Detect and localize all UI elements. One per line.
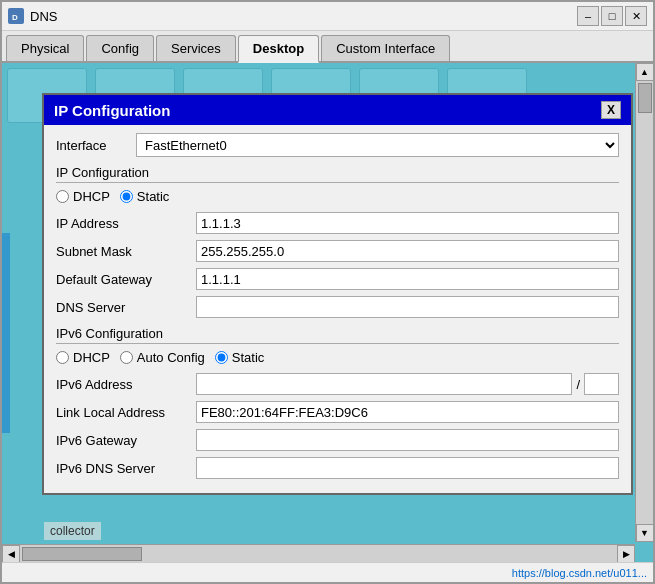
ipv6-auto-option[interactable]: Auto Config — [120, 350, 205, 365]
ipv6-gateway-label: IPv6 Gateway — [56, 433, 196, 448]
ipv6-config-section-header: IPv6 Configuration — [56, 326, 619, 344]
default-gateway-label: Default Gateway — [56, 272, 196, 287]
app-icon: D — [8, 8, 24, 24]
minimize-button[interactable]: – — [577, 6, 599, 26]
scroll-up-button[interactable]: ▲ — [636, 63, 654, 81]
close-button[interactable]: ✕ — [625, 6, 647, 26]
dns-server-row: DNS Server — [56, 296, 619, 318]
ipv6-static-radio[interactable] — [215, 351, 228, 364]
scroll-right-button[interactable]: ▶ — [617, 545, 635, 563]
dhcp-option[interactable]: DHCP — [56, 189, 110, 204]
window-title: DNS — [30, 9, 571, 24]
ipv6-prefix-input[interactable] — [584, 373, 619, 395]
ipv6-slash: / — [572, 377, 584, 392]
default-gateway-input[interactable] — [196, 268, 619, 290]
tab-bar: Physical Config Services Desktop Custom … — [2, 31, 653, 63]
window-controls: – □ ✕ — [577, 6, 647, 26]
scroll-thumb-vertical[interactable] — [638, 83, 652, 113]
dhcp-radio[interactable] — [56, 190, 69, 203]
tab-services[interactable]: Services — [156, 35, 236, 61]
ipv6-address-row: IPv6 Address / — [56, 373, 619, 395]
bottom-label: collector — [44, 522, 101, 540]
ipv6-address-label: IPv6 Address — [56, 377, 196, 392]
static-radio[interactable] — [120, 190, 133, 203]
ipv6-auto-radio[interactable] — [120, 351, 133, 364]
ipv6-auto-label: Auto Config — [137, 350, 205, 365]
status-bar: https://blog.csdn.net/u011... — [2, 562, 653, 582]
content-area: 2/ IP Configuration X Interface FastEthe… — [2, 63, 653, 562]
tab-physical[interactable]: Physical — [6, 35, 84, 61]
interface-select[interactable]: FastEthernet0 — [136, 133, 619, 157]
interface-row: Interface FastEthernet0 — [56, 133, 619, 157]
scroll-thumb-horizontal[interactable] — [22, 547, 142, 561]
ipv4-radio-row: DHCP Static — [56, 189, 619, 204]
ipv6-static-option[interactable]: Static — [215, 350, 265, 365]
ip-config-panel: IP Configuration X Interface FastEtherne… — [42, 93, 633, 495]
ipv6-dns-row: IPv6 DNS Server — [56, 457, 619, 479]
scrollbar-vertical: ▲ ▼ — [635, 63, 653, 542]
link-local-row: Link Local Address — [56, 401, 619, 423]
maximize-button[interactable]: □ — [601, 6, 623, 26]
dns-server-label: DNS Server — [56, 300, 196, 315]
dns-server-input[interactable] — [196, 296, 619, 318]
left-indicator: 2/ — [2, 233, 10, 433]
panel-title: IP Configuration — [54, 102, 170, 119]
ipv6-dhcp-radio[interactable] — [56, 351, 69, 364]
tab-config[interactable]: Config — [86, 35, 154, 61]
subnet-mask-input[interactable] — [196, 240, 619, 262]
ipv6-address-field: / — [196, 373, 619, 395]
ipv6-static-label: Static — [232, 350, 265, 365]
scrollbar-horizontal: ◀ ▶ — [2, 544, 635, 562]
ipv6-dhcp-option[interactable]: DHCP — [56, 350, 110, 365]
ip-address-input[interactable] — [196, 212, 619, 234]
default-gateway-row: Default Gateway — [56, 268, 619, 290]
ipv6-dns-label: IPv6 DNS Server — [56, 461, 196, 476]
svg-text:D: D — [12, 13, 18, 22]
ipv6-dns-input[interactable] — [196, 457, 619, 479]
main-window: D DNS – □ ✕ Physical Config Services Des… — [0, 0, 655, 584]
panel-close-button[interactable]: X — [601, 101, 621, 119]
scroll-left-button[interactable]: ◀ — [2, 545, 20, 563]
ip-address-label: IP Address — [56, 216, 196, 231]
static-option[interactable]: Static — [120, 189, 170, 204]
tab-desktop[interactable]: Desktop — [238, 35, 319, 63]
link-local-input[interactable] — [196, 401, 619, 423]
ip-address-row: IP Address — [56, 212, 619, 234]
dhcp-label: DHCP — [73, 189, 110, 204]
link-local-label: Link Local Address — [56, 405, 196, 420]
scroll-down-button[interactable]: ▼ — [636, 524, 654, 542]
ipv6-dhcp-label: DHCP — [73, 350, 110, 365]
ipv6-gateway-row: IPv6 Gateway — [56, 429, 619, 451]
status-url: https://blog.csdn.net/u011... — [512, 567, 647, 579]
static-label: Static — [137, 189, 170, 204]
panel-title-bar: IP Configuration X — [44, 95, 631, 125]
tab-custom-interface[interactable]: Custom Interface — [321, 35, 450, 61]
subnet-mask-label: Subnet Mask — [56, 244, 196, 259]
interface-label: Interface — [56, 138, 136, 153]
ip-config-section-header: IP Configuration — [56, 165, 619, 183]
ipv6-gateway-input[interactable] — [196, 429, 619, 451]
panel-body: Interface FastEthernet0 IP Configuration… — [44, 125, 631, 493]
subnet-mask-row: Subnet Mask — [56, 240, 619, 262]
ipv6-address-input[interactable] — [196, 373, 572, 395]
title-bar: D DNS – □ ✕ — [2, 2, 653, 31]
ipv6-radio-row: DHCP Auto Config Static — [56, 350, 619, 365]
